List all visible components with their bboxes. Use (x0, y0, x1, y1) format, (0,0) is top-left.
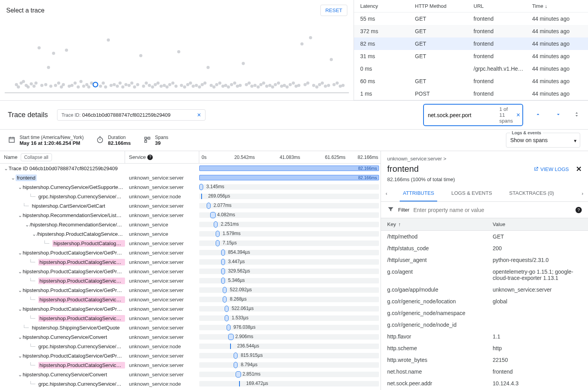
close-panel-icon[interactable]: ✕ (576, 165, 582, 173)
attr-row[interactable]: /http/status_code200 (381, 242, 588, 254)
th-latency[interactable]: Latency (360, 3, 415, 9)
trace-row[interactable]: 55 msGETfrontend44 minutes ago (354, 12, 588, 25)
tabs-next-icon[interactable]: › (580, 191, 585, 196)
span-row[interactable]: ⌄hipstershop.ProductCatalogService/GetPr… (0, 304, 381, 313)
scatter-plot[interactable] (5, 20, 349, 99)
svg-point-97 (289, 83, 292, 86)
th-time[interactable]: Time↓ (532, 3, 582, 9)
chevron-down-icon[interactable]: ⌄ (17, 334, 23, 340)
span-row[interactable]: └─ hipstershop.ProductCatalogService/Get… (0, 360, 381, 370)
chevron-down-icon[interactable]: ⌄ (31, 231, 37, 237)
attr-row[interactable]: g.co/agentopentelemetry-go 1.15.1; googl… (381, 266, 588, 284)
attr-row[interactable]: g.co/r/generic_node/locationglobal (381, 296, 588, 307)
svg-point-82 (245, 83, 248, 86)
unfold-icon[interactable] (573, 111, 580, 119)
attr-row[interactable]: g.co/r/generic_node/node_id (381, 319, 588, 331)
attr-row[interactable]: net.host.namefrontend (381, 366, 588, 378)
tab-stacktraces-[interactable]: STACKTRACES (0) (506, 185, 557, 201)
span-row[interactable]: └─ hipstershop.ProductCatalogService/Get… (0, 295, 381, 304)
info-icon[interactable]: ? (575, 207, 582, 213)
span-row[interactable]: └─ grpc.hipstershop.CurrencyService/Conv… (0, 342, 381, 351)
help-icon[interactable]: ? (147, 155, 153, 160)
attr-row[interactable]: /http/user_agentpython-requests/2.31.0 (381, 254, 588, 266)
svg-point-80 (239, 84, 242, 87)
span-row[interactable]: └─ hipstershop.ProductCatalogService/Get… (0, 276, 381, 285)
attr-row[interactable]: http.schemehttp (381, 342, 588, 354)
span-search-input[interactable]: 1 of 11 spans ✕ (423, 104, 523, 126)
th-value[interactable]: Value (493, 221, 582, 227)
trace-row[interactable]: 82 msGETfrontend44 minutes ago (354, 37, 588, 50)
attr-row[interactable]: g.co/r/generic_node/namespace (381, 307, 588, 319)
svg-point-38 (116, 85, 119, 88)
attr-row[interactable]: http.flavor1.1 (381, 331, 588, 342)
span-row[interactable]: ⌄Trace ID 046cb1b0d07888747cf8021259b294… (0, 164, 381, 173)
clear-traceid-icon[interactable]: ✕ (197, 112, 201, 118)
span-row[interactable]: ⌄hipstershop.CurrencyService/Convert unk… (0, 332, 381, 342)
span-row[interactable]: └─ hipstershop.ShippingService/GetQuote … (0, 323, 381, 332)
chevron-down-icon[interactable]: ⌄ (24, 222, 30, 228)
span-row[interactable]: └─ grpc.hipstershop.CurrencyService/Conv… (0, 379, 381, 388)
reset-button[interactable]: RESET (320, 5, 347, 16)
chevron-down-icon[interactable]: ⌄ (17, 372, 23, 378)
trace-row[interactable]: 60 msGETfrontend44 minutes ago (354, 75, 588, 87)
filter-input[interactable] (413, 207, 572, 213)
chevron-down-icon[interactable]: ⌄ (17, 212, 23, 218)
chevron-down-icon[interactable]: ⌄ (17, 353, 23, 359)
span-row[interactable]: ⌄hipstershop.CurrencyService/GetSupporte… (0, 182, 381, 192)
span-row[interactable]: ⌄hipstershop.ProductCatalogService/GetPr… (0, 285, 381, 295)
chevron-down-icon[interactable]: ⌄ (17, 250, 23, 256)
breadcrumb[interactable]: unknown_service:server > (387, 156, 582, 162)
search-prev-icon[interactable] (533, 111, 543, 119)
span-row[interactable]: ⌄frontend unknown_service:server 82.166m… (0, 173, 381, 182)
th-key[interactable]: Key↑ (387, 221, 493, 227)
svg-point-75 (224, 84, 227, 87)
collapse-all-button[interactable]: Collapse all (21, 153, 52, 161)
attr-row[interactable]: /http/methodGET (381, 231, 588, 242)
span-row[interactable]: └─ hipstershop.ProductCatalogServi… unkn… (0, 239, 381, 248)
trace-row[interactable]: 0 ms/grpc.health.v1.He…44 minutes ago (354, 62, 588, 75)
span-row[interactable]: └─ hipstershop.ProductCatalogService/Get… (0, 313, 381, 323)
trace-row[interactable]: 372 msGETfrontend44 minutes ago (354, 25, 588, 37)
search-next-icon[interactable] (553, 111, 564, 119)
svg-point-35 (107, 39, 110, 42)
svg-point-56 (168, 83, 171, 86)
svg-point-93 (277, 82, 280, 85)
trace-row[interactable]: 31 msGETfrontend44 minutes ago (354, 50, 588, 62)
chevron-down-icon[interactable]: ⌄ (17, 306, 23, 312)
tab-attributes[interactable]: ATTRIBUTES (400, 185, 437, 201)
trace-row[interactable]: 1 msPOSTfrontend44 minutes ago (354, 87, 588, 100)
tabs-prev-icon[interactable]: ‹ (384, 191, 389, 196)
attr-row[interactable]: g.co/gae/app/moduleunknown_service:serve… (381, 284, 588, 296)
span-row[interactable]: ⌄/hipstershop.ProductCatalogService… unk… (0, 229, 381, 239)
chevron-down-icon[interactable]: ⌄ (17, 269, 23, 274)
span-row[interactable]: ⌄/hipstershop.RecommendationService/… un… (0, 220, 381, 229)
span-row[interactable]: ⌄hipstershop.ProductCatalogService/GetPr… (0, 248, 381, 257)
span-row[interactable]: ⌄hipstershop.CurrencyService/Convert unk… (0, 370, 381, 379)
chevron-down-icon[interactable]: ⌄ (17, 184, 23, 190)
attr-row[interactable]: net.sock.peer.addr10.124.4.3 (381, 378, 588, 389)
clear-search-icon[interactable]: ✕ (516, 112, 520, 118)
span-row[interactable]: ⌄hipstershop.RecommendationService/List…… (0, 210, 381, 220)
span-row[interactable]: └─ hipstershop.ProductCatalogService/Get… (0, 257, 381, 267)
chevron-down-icon[interactable]: ⌄ (10, 175, 16, 181)
col-name[interactable]: Name (4, 154, 18, 160)
svg-point-13 (47, 66, 50, 69)
span-row[interactable]: ⌄hipstershop.ProductCatalogService/GetPr… (0, 267, 381, 276)
span-row[interactable]: ⌄hipstershop.ProductCatalogService/GetPr… (0, 388, 381, 390)
svg-point-68 (204, 82, 207, 85)
chevron-down-icon[interactable]: ⌄ (17, 287, 23, 293)
th-url[interactable]: URL (474, 3, 532, 9)
view-logs-button[interactable]: VIEW LOGS (533, 166, 569, 172)
span-row[interactable]: └─ grpc.hipstershop.CurrencyService/GetS… (0, 192, 381, 201)
tab-metad[interactable]: METAD (568, 185, 569, 201)
stopwatch-icon (96, 136, 104, 145)
tab-logs-events[interactable]: LOGS & EVENTS (448, 185, 495, 201)
span-row[interactable]: ⌄hipstershop.ProductCatalogService/GetPr… (0, 351, 381, 360)
th-method[interactable]: HTTP Method (415, 3, 474, 9)
span-row[interactable]: └─ hipstershop.CartService/GetCart unkno… (0, 201, 381, 210)
traceid-input[interactable]: Trace ID: 046cb1b0d07888747cf8021259b294… (57, 109, 206, 121)
attr-row[interactable]: http.wrote_bytes22150 (381, 354, 588, 366)
col-service[interactable]: Service (129, 154, 146, 160)
logs-select[interactable]: Logs & events Show on spans ▾ (506, 133, 580, 148)
chevron-down-icon[interactable]: ⌄ (3, 166, 9, 171)
